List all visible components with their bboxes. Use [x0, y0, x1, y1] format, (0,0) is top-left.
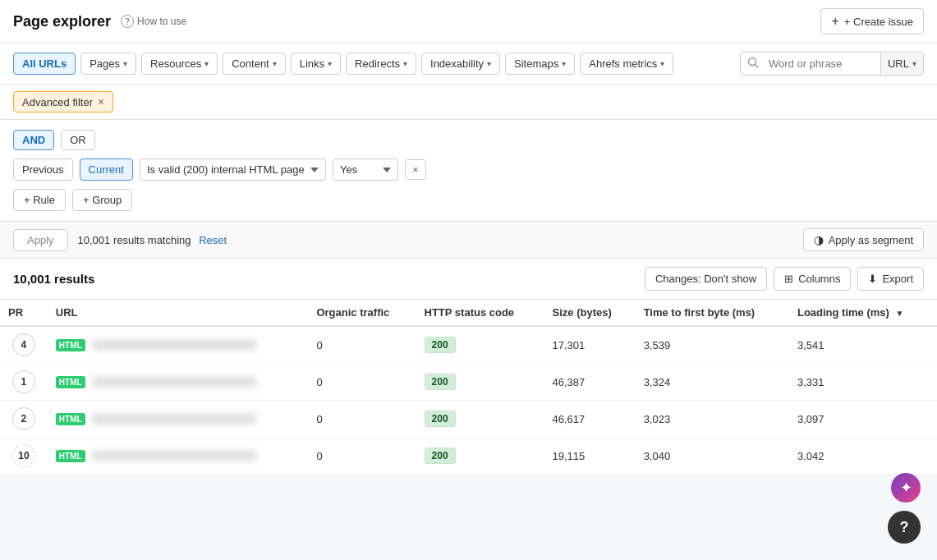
- columns-button[interactable]: ⊞ Columns: [774, 267, 851, 291]
- pr-badge: 2: [12, 407, 35, 430]
- plus-icon: +: [831, 14, 838, 29]
- svg-line-1: [755, 65, 758, 68]
- results-info: 10,001 results matching Reset: [78, 234, 227, 246]
- filter-pages[interactable]: Pages ▾: [80, 53, 136, 75]
- filter-sitemaps[interactable]: Sitemaps ▾: [505, 53, 575, 75]
- url-cell: HTML: [48, 438, 309, 475]
- top-bar-left: Page explorer ? How to use: [13, 13, 186, 30]
- table-row: 1 HTML 0 200 46,387 3,324 3,331: [0, 364, 937, 401]
- filter-redirects[interactable]: Redirects ▾: [346, 53, 416, 75]
- organic-traffic-cell: 0: [308, 438, 416, 475]
- status-badge: 200: [425, 337, 456, 353]
- results-count: 10,001 results: [13, 272, 94, 286]
- reset-link[interactable]: Reset: [199, 234, 227, 246]
- http-status-cell: 200: [416, 364, 544, 401]
- indexability-chevron-icon: ▾: [487, 59, 491, 68]
- pr-cell: 2: [0, 401, 48, 438]
- ttfb-cell: 3,023: [636, 401, 789, 438]
- url-text-blurred: [92, 414, 256, 424]
- table-row: 10 HTML 0 200 19,115 3,040 3,042: [0, 438, 937, 475]
- filter-content[interactable]: Content ▾: [223, 53, 286, 75]
- add-buttons-row: + Rule + Group: [13, 189, 132, 211]
- filter-all-urls[interactable]: All URLs: [13, 53, 76, 75]
- advanced-filter-close-icon[interactable]: ×: [98, 95, 104, 108]
- redirects-chevron-icon: ▾: [403, 59, 407, 68]
- changes-button[interactable]: Changes: Don't show: [645, 267, 767, 291]
- advanced-filter-bar: Advanced filter ×: [0, 85, 937, 120]
- pages-chevron-icon: ▾: [123, 59, 127, 68]
- col-loading-time[interactable]: Loading time (ms) ▼: [789, 300, 937, 326]
- condition-row: Previous Current Is valid (200) internal…: [13, 158, 426, 181]
- apply-button[interactable]: Apply: [13, 229, 68, 251]
- ahrefs-chevron-icon: ▾: [660, 59, 664, 68]
- results-section: 10,001 results Changes: Don't show ⊞ Col…: [0, 259, 937, 475]
- and-button[interactable]: AND: [13, 130, 54, 150]
- current-button[interactable]: Current: [80, 158, 133, 181]
- status-badge: 200: [425, 448, 456, 464]
- export-button[interactable]: ⬇ Export: [857, 267, 924, 291]
- url-text-blurred: [92, 451, 256, 461]
- search-icon: [741, 53, 765, 75]
- filter-resources[interactable]: Resources ▾: [141, 53, 218, 75]
- results-header: 10,001 results Changes: Don't show ⊞ Col…: [0, 259, 937, 300]
- ttfb-cell: 3,040: [636, 438, 789, 475]
- col-ttfb: Time to first byte (ms): [636, 300, 789, 326]
- pr-badge: 1: [12, 370, 35, 393]
- table-row: 4 HTML 0 200 17,301 3,539 3,541: [0, 326, 937, 364]
- how-to-use-link[interactable]: ? How to use: [121, 15, 186, 28]
- filter-links[interactable]: Links ▾: [291, 53, 341, 75]
- create-issue-label: + Create issue: [844, 16, 913, 28]
- help-circle-icon: ?: [121, 15, 134, 28]
- create-issue-button[interactable]: + + Create issue: [820, 8, 924, 34]
- filter-logic-bar: AND OR Previous Current Is valid (200) i…: [0, 120, 937, 222]
- organic-traffic-cell: 0: [308, 401, 416, 438]
- size-bytes-cell: 46,387: [544, 364, 636, 401]
- url-text-blurred: [92, 377, 256, 387]
- table-row: 2 HTML 0 200 46,617 3,023 3,097: [0, 401, 937, 438]
- search-wrapper: URL ▾: [740, 52, 924, 76]
- logic-row: AND OR: [13, 130, 95, 150]
- ttfb-cell: 3,539: [636, 326, 789, 364]
- condition-rule-select[interactable]: Is valid (200) internal HTML page: [140, 158, 326, 181]
- organic-traffic-cell: 0: [308, 364, 416, 401]
- remove-condition-button[interactable]: ×: [405, 159, 426, 180]
- html-icon: HTML: [56, 450, 85, 462]
- loading-time-cell: 3,541: [789, 326, 937, 364]
- pr-badge: 10: [12, 444, 35, 467]
- advanced-filter-label: Advanced filter: [22, 96, 93, 108]
- url-dropdown-chevron-icon: ▾: [912, 59, 916, 68]
- html-icon: HTML: [56, 339, 85, 351]
- filters-bar: All URLs Pages ▾ Resources ▾ Content ▾ L…: [0, 44, 937, 85]
- advanced-filter-tag: Advanced filter ×: [13, 91, 113, 112]
- pr-cell: 1: [0, 364, 48, 401]
- url-cell: HTML: [48, 364, 309, 401]
- status-badge: 200: [425, 374, 456, 390]
- http-status-cell: 200: [416, 401, 544, 438]
- filter-indexability[interactable]: Indexability ▾: [421, 53, 500, 75]
- filter-ahrefs-metrics[interactable]: Ahrefs metrics ▾: [580, 53, 673, 75]
- pr-cell: 10: [0, 438, 48, 475]
- sitemaps-chevron-icon: ▾: [562, 59, 566, 68]
- html-icon: HTML: [56, 413, 85, 425]
- previous-button[interactable]: Previous: [13, 158, 73, 181]
- loading-time-cell: 3,097: [789, 401, 937, 438]
- organic-traffic-cell: 0: [308, 326, 416, 364]
- resources-chevron-icon: ▾: [204, 59, 209, 68]
- results-actions: Changes: Don't show ⊞ Columns ⬇ Export: [645, 267, 924, 291]
- apply-bar-left: Apply 10,001 results matching Reset: [13, 229, 227, 251]
- condition-value-select[interactable]: Yes: [333, 158, 398, 181]
- top-bar: Page explorer ? How to use + + Create is…: [0, 0, 937, 44]
- pr-badge: 4: [12, 333, 35, 356]
- add-rule-button[interactable]: + Rule: [13, 189, 66, 211]
- apply-segment-button[interactable]: ◑ Apply as segment: [803, 228, 924, 251]
- url-dropdown[interactable]: URL ▾: [880, 53, 923, 74]
- search-input[interactable]: [765, 53, 880, 74]
- svg-point-0: [748, 58, 756, 66]
- col-http-status: HTTP status code: [416, 300, 544, 326]
- segment-icon: ◑: [814, 233, 824, 246]
- columns-icon: ⊞: [784, 273, 793, 285]
- page-title: Page explorer: [13, 13, 111, 30]
- col-organic-traffic: Organic traffic: [308, 300, 416, 326]
- or-button[interactable]: OR: [61, 130, 95, 150]
- add-group-button[interactable]: + Group: [72, 189, 132, 211]
